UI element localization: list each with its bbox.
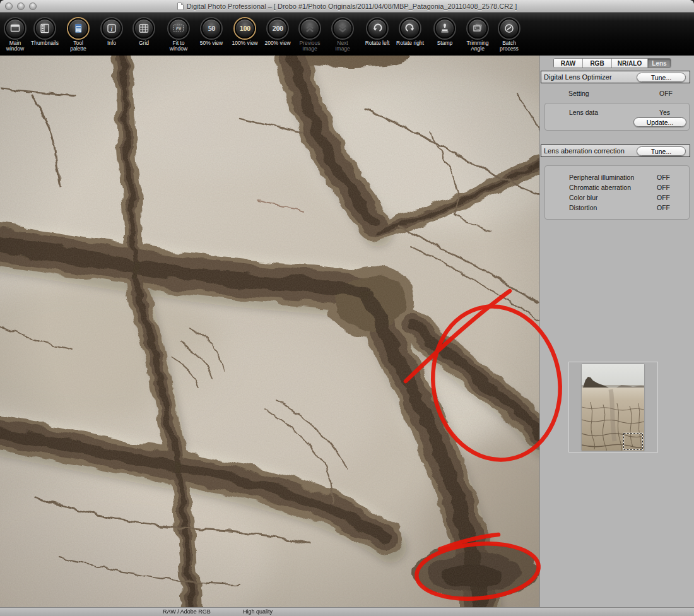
chromatic-aberration-label: Chromatic aberration [569,184,631,191]
toolbar-button-thumbnails[interactable]: Thumbnails [26,18,63,46]
dlo-tune-button[interactable]: Tune... [637,73,686,82]
setting-value: OFF [659,90,673,97]
content-area: RAW RGB NR/ALO Lens Digital Lens Optimiz… [0,56,694,607]
lac-tune-button[interactable]: Tune... [637,146,686,156]
distortion-label: Distortion [569,204,597,211]
toolbar-label: Thumbnails [26,40,63,46]
info-icon: i [106,23,117,34]
window-title: Digital Photo Professional – [ Drobo #1/… [187,3,517,10]
toolbar-button-batch-process[interactable]: Batch process [491,18,527,52]
rotate-left-icon [372,23,383,34]
peripheral-illumination-value: OFF [657,174,670,181]
toolbar: Main window Thumbnails Tool palette i In… [0,13,694,56]
toolbar-button-fit-to-window[interactable]: Fit Fit to window [160,18,197,52]
toolbar-button-50-view[interactable]: 50 50% view [193,18,230,46]
toolbar-button-next-image[interactable]: Next Image [324,18,361,52]
batch-process-icon [503,23,515,34]
toolbar-label: Fit to window [160,40,197,52]
navigator-thumbnail-box [568,362,658,453]
toolbar-label: Previous Image [291,40,328,52]
grid-icon [138,23,150,34]
color-blur-label: Color blur [569,194,598,201]
previous-image-icon [304,23,315,34]
zoom-100-icon: 100 [240,25,250,33]
zoom-50-icon: 50 [208,25,215,33]
tab-rgb[interactable]: RGB [583,59,612,68]
toolbar-button-info[interactable]: i Info [93,18,130,46]
toolbar-button-stamp[interactable]: Stamp [426,18,463,46]
lac-header: Lens aberration correction Tune... [541,145,690,157]
image-viewer[interactable] [0,56,539,607]
toolbar-button-100-view[interactable]: 100 100% view [226,18,263,46]
toolbar-label: Grid [126,40,162,46]
toolbar-label: 200% view [259,40,296,46]
toolbar-label: Batch process [491,40,527,52]
dlo-title: Digital Lens Optimizer [541,73,612,81]
toolbar-button-rotate-right[interactable]: Rotate right [392,18,428,46]
window-title-area: Digital Photo Professional – [ Drobo #1/… [0,0,694,13]
trimming-angle-icon [472,23,483,34]
toolbar-label: Rotate right [392,40,428,46]
color-blur-value: OFF [657,194,670,201]
fit-to-window-icon: Fit [172,23,185,34]
dlo-header: Digital Lens Optimizer Tune... [541,71,690,83]
stamp-icon [439,23,450,34]
rotate-right-icon [404,23,416,34]
tab-raw[interactable]: RAW [554,59,583,68]
lens-data-update-button[interactable]: Update... [633,117,686,127]
svg-text:Fit: Fit [176,26,182,32]
mud-photo [0,56,539,607]
zoom-200-icon: 200 [273,25,283,33]
statusbar: RAW / Adobe RGB High quality [0,607,694,616]
toolbar-label: Stamp [426,40,463,46]
tab-lens[interactable]: Lens [648,59,671,68]
thumbnails-icon [39,23,50,34]
toolbar-label: Rotate left [359,40,396,46]
lens-data-label: Lens data [569,109,598,116]
document-icon [177,3,184,10]
toolbar-button-200-view[interactable]: 200 200% view [259,18,296,46]
toolbar-label: 100% view [226,40,263,46]
photo-thumbnail[interactable] [582,364,644,451]
toolbar-label: Tool palette [60,40,97,52]
toolbar-button-tool-palette[interactable]: Tool palette [60,18,97,52]
setting-label: Setting [568,90,589,97]
color-space-status: RAW / Adobe RGB [163,608,211,615]
chromatic-aberration-value: OFF [657,184,670,191]
main-window-icon [9,23,21,34]
svg-text:i: i [111,26,113,32]
next-image-icon [337,23,348,34]
toolbar-button-previous-image[interactable]: Previous Image [291,18,328,52]
tool-palette-panel: RAW RGB NR/ALO Lens Digital Lens Optimiz… [539,56,694,607]
lens-data-value: Yes [659,109,670,116]
toolbar-label: Next Image [324,40,361,52]
distortion-value: OFF [657,204,670,211]
quality-status: High quality [243,608,273,615]
lens-data-box: Lens data Yes Update... [544,103,690,131]
titlebar: Digital Photo Professional – [ Drobo #1/… [0,0,694,13]
toolbar-button-rotate-left[interactable]: Rotate left [359,18,396,46]
dpp-window: Digital Photo Professional – [ Drobo #1/… [0,0,694,616]
lac-title: Lens aberration correction [541,147,625,155]
tab-nr-alo[interactable]: NR/ALO [612,59,648,68]
toolbar-label: Info [93,40,130,46]
palette-tabs: RAW RGB NR/ALO Lens [553,58,671,68]
toolbar-label: 50% view [193,40,230,46]
tool-palette-icon [73,23,84,34]
toolbar-button-grid[interactable]: Grid [126,18,162,46]
lac-box: Peripheral illumination OFF Chromatic ab… [544,165,690,220]
peripheral-illumination-label: Peripheral illumination [569,174,634,181]
